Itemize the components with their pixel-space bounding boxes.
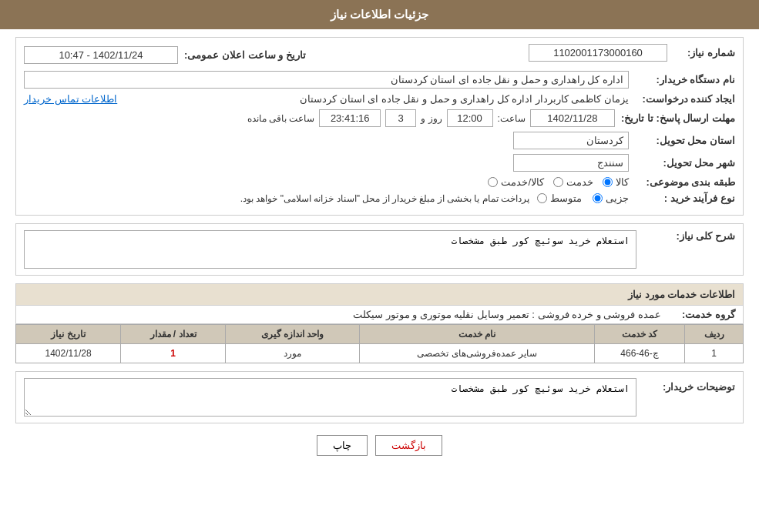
radio-motevaset-input[interactable]: [537, 193, 547, 203]
page-header: جزئیات اطلاعات نیاز: [0, 0, 759, 29]
col-kod: کد خدمت: [594, 325, 684, 344]
col-radif: ردیف: [685, 325, 744, 344]
col-nam: نام خدمت: [360, 325, 595, 344]
sharh-label: شرح کلی نیاز:: [643, 230, 735, 242]
baqi-label: ساعت باقی مانده: [247, 113, 315, 124]
radio-khadamat-label: خدمت: [566, 176, 593, 188]
table-row: 1چ-46-466سایر عمده‌فروشی‌های تخصصیمورد11…: [16, 344, 744, 363]
sharh-textarea[interactable]: [24, 230, 636, 269]
col-tedad: تعداد / مقدار: [121, 325, 226, 344]
table-cell: 1: [685, 344, 744, 363]
print-button[interactable]: چاپ: [317, 435, 368, 456]
back-button[interactable]: بازگشت: [375, 435, 442, 456]
khadamat-header: اطلاعات خدمات مورد نیاز: [15, 283, 744, 306]
group-value: عمده فروشی و خرده فروشی : تعمیر وسایل نق…: [353, 309, 661, 320]
sharh-section: شرح کلی نیاز:: [15, 223, 744, 276]
col-vahed: واحد اندازه گیری: [226, 325, 360, 344]
radio-khadamat[interactable]: خدمت: [553, 176, 593, 188]
tarikh-label: تاریخ و ساعت اعلان عمومی:: [184, 49, 306, 61]
shomara-label: شماره نیاز:: [673, 47, 735, 59]
services-table: ردیف کد خدمت نام خدمت واحد اندازه گیری ت…: [15, 324, 744, 363]
tabaqe-radio-group: کالا/خدمت خدمت کالا: [488, 176, 629, 188]
baqi-value: 23:41:16: [319, 109, 381, 127]
ostan-label: استان محل تحویل:: [635, 135, 735, 146]
radio-kala-khadamat-label: کالا/خدمت: [501, 176, 544, 188]
mohlat-label: مهلت ارسال پاسخ: تا تاریخ:: [621, 112, 735, 124]
radio-jozyi[interactable]: جزیی: [593, 192, 629, 204]
radio-motevaset[interactable]: متوسط: [537, 192, 582, 204]
radio-jozyi-label: جزیی: [606, 192, 629, 204]
radio-motevaset-label: متوسط: [550, 192, 582, 204]
nam-dastgah-label: نام دستگاه خریدار:: [635, 74, 735, 85]
col-tarikh: تاریخ نیاز: [16, 325, 121, 344]
buyer-desc-label: توضیحات خریدار:: [643, 378, 735, 393]
nooe-label: نوع فرآیند خرید :: [635, 192, 735, 204]
shahr-value: سنندج: [513, 154, 629, 172]
radio-khadamat-input[interactable]: [553, 177, 563, 187]
table-cell: 1402/11/28: [16, 344, 121, 363]
table-cell: چ-46-466: [594, 344, 684, 363]
group-label: گروه خدمت:: [666, 309, 735, 320]
table-cell: 1: [121, 344, 226, 363]
table-cell: سایر عمده‌فروشی‌های تخصصی: [360, 344, 595, 363]
page-title: جزئیات اطلاعات نیاز: [331, 8, 428, 21]
mohlat-rooz: 3: [385, 109, 416, 127]
radio-kala-input[interactable]: [603, 177, 613, 187]
tabaqe-label: طبقه بندی موضوعی:: [635, 176, 735, 188]
radio-jozyi-input[interactable]: [593, 193, 603, 203]
nam-dastgah-value: اداره کل راهداری و حمل و نقل جاده ای است…: [24, 71, 629, 89]
mohlat-date: 1402/11/28: [530, 109, 615, 127]
mohlat-rooz-label: روز و: [421, 113, 442, 124]
ijad-label: ایجاد کننده درخواست:: [635, 93, 735, 105]
radio-kala-khadamat-input[interactable]: [488, 177, 498, 187]
table-cell: مورد: [226, 344, 360, 363]
radio-kala-khadamat[interactable]: کالا/خدمت: [488, 176, 544, 188]
buyer-desc-section: توضیحات خریدار:: [15, 371, 744, 423]
buyer-desc-textarea[interactable]: [24, 378, 636, 417]
radio-kala-label: کالا: [616, 176, 629, 188]
mohlat-saat-label: ساعت:: [498, 113, 526, 124]
tarikh-value: 1402/11/24 - 10:47: [24, 46, 178, 64]
shomara-value: 1102001173000160: [529, 44, 667, 62]
ijad-value: یزمان کاظمی کاربردار اداره کل راهداری و …: [123, 93, 629, 105]
button-row: بازگشت چاپ: [15, 435, 744, 456]
ostan-value: کردستان: [513, 132, 629, 149]
shahr-label: شهر محل تحویل:: [635, 157, 735, 169]
nooe-text: پرداخت تمام یا بخشی از مبلغ خریدار از مح…: [240, 193, 529, 204]
nooe-radio-group: متوسط جزیی: [537, 192, 629, 204]
etela-link[interactable]: اطلاعات تماس خریدار: [24, 93, 117, 105]
khadamat-section: اطلاعات خدمات مورد نیاز گروه خدمت: عمده …: [15, 283, 744, 363]
radio-kala[interactable]: کالا: [603, 176, 629, 188]
mohlat-saat: 12:00: [447, 109, 493, 127]
